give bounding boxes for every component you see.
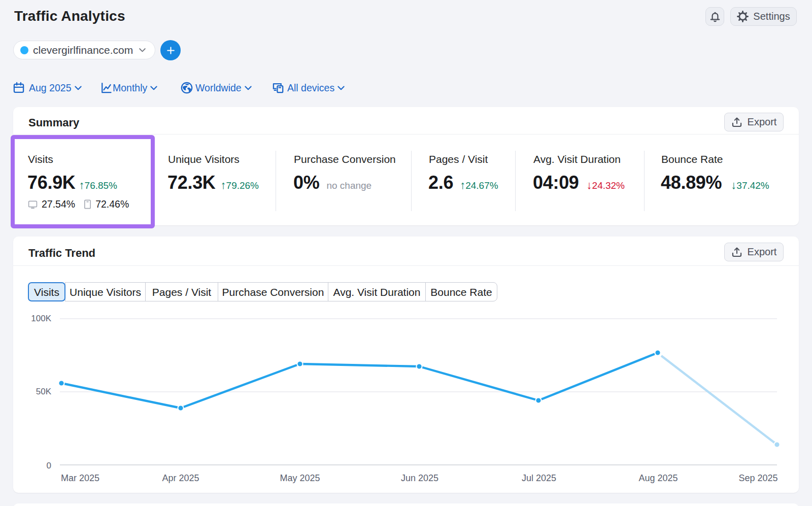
- svg-text:50K: 50K: [36, 387, 52, 396]
- svg-text:May 2025: May 2025: [280, 473, 320, 483]
- svg-text:100K: 100K: [31, 314, 51, 323]
- svg-text:Sep 2025: Sep 2025: [738, 473, 777, 483]
- svg-text:0: 0: [47, 461, 51, 470]
- svg-text:Jun 2025: Jun 2025: [401, 473, 438, 483]
- svg-text:Apr 2025: Apr 2025: [162, 473, 199, 483]
- svg-text:Aug 2025: Aug 2025: [638, 473, 678, 483]
- svg-text:Jul 2025: Jul 2025: [522, 473, 556, 483]
- svg-text:Mar 2025: Mar 2025: [61, 473, 99, 483]
